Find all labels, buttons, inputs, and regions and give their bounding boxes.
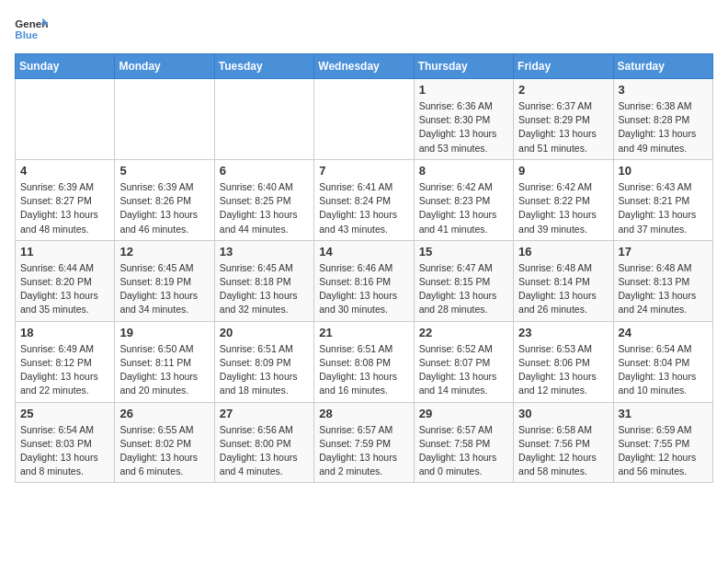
day-of-week-header: Saturday [613, 54, 712, 79]
day-info: Sunrise: 6:50 AM Sunset: 8:11 PM Dayligh… [119, 342, 209, 398]
calendar-cell: 10Sunrise: 6:43 AM Sunset: 8:21 PM Dayli… [613, 159, 712, 240]
day-of-week-header: Tuesday [214, 54, 313, 79]
day-number: 22 [419, 326, 508, 339]
day-info: Sunrise: 6:39 AM Sunset: 8:27 PM Dayligh… [20, 180, 109, 236]
logo-icon: GeneralBlue [15, 15, 48, 42]
calendar-cell: 4Sunrise: 6:39 AM Sunset: 8:27 PM Daylig… [16, 159, 115, 240]
day-info: Sunrise: 6:48 AM Sunset: 8:14 PM Dayligh… [518, 261, 608, 317]
calendar-cell [115, 79, 214, 160]
day-number: 9 [518, 164, 608, 178]
calendar-cell: 16Sunrise: 6:48 AM Sunset: 8:14 PM Dayli… [514, 240, 613, 321]
calendar-cell: 28Sunrise: 6:57 AM Sunset: 7:59 PM Dayli… [314, 402, 414, 483]
calendar-cell: 18Sunrise: 6:49 AM Sunset: 8:12 PM Dayli… [16, 321, 115, 402]
day-info: Sunrise: 6:42 AM Sunset: 8:22 PM Dayligh… [518, 180, 608, 236]
calendar-cell: 9Sunrise: 6:42 AM Sunset: 8:22 PM Daylig… [514, 159, 613, 240]
day-number: 14 [319, 245, 408, 259]
calendar-cell [214, 79, 313, 160]
calendar-cell: 23Sunrise: 6:53 AM Sunset: 8:06 PM Dayli… [514, 321, 613, 402]
day-info: Sunrise: 6:56 AM Sunset: 8:00 PM Dayligh… [220, 423, 309, 479]
calendar-cell [314, 79, 414, 160]
calendar-cell: 1Sunrise: 6:36 AM Sunset: 8:30 PM Daylig… [414, 79, 513, 160]
day-number: 6 [220, 164, 309, 178]
day-info: Sunrise: 6:59 AM Sunset: 7:55 PM Dayligh… [619, 423, 708, 479]
day-number: 2 [518, 83, 608, 97]
day-of-week-header: Friday [514, 54, 613, 79]
day-info: Sunrise: 6:51 AM Sunset: 8:09 PM Dayligh… [220, 342, 309, 398]
day-info: Sunrise: 6:47 AM Sunset: 8:15 PM Dayligh… [419, 261, 508, 317]
day-number: 10 [619, 164, 708, 178]
calendar-cell: 8Sunrise: 6:42 AM Sunset: 8:23 PM Daylig… [414, 159, 513, 240]
day-info: Sunrise: 6:54 AM Sunset: 8:04 PM Dayligh… [619, 342, 708, 398]
calendar-week-row: 25Sunrise: 6:54 AM Sunset: 8:03 PM Dayli… [16, 402, 713, 483]
calendar-cell: 5Sunrise: 6:39 AM Sunset: 8:26 PM Daylig… [115, 159, 214, 240]
calendar-cell: 29Sunrise: 6:57 AM Sunset: 7:58 PM Dayli… [414, 402, 513, 483]
day-number: 29 [419, 407, 508, 420]
day-number: 4 [20, 164, 109, 178]
calendar-cell: 24Sunrise: 6:54 AM Sunset: 8:04 PM Dayli… [613, 321, 712, 402]
day-of-week-header: Thursday [414, 54, 513, 79]
day-number: 19 [119, 326, 209, 339]
day-of-week-header: Sunday [16, 54, 115, 79]
calendar-cell [16, 79, 115, 160]
calendar-week-row: 11Sunrise: 6:44 AM Sunset: 8:20 PM Dayli… [16, 240, 713, 321]
day-info: Sunrise: 6:57 AM Sunset: 7:59 PM Dayligh… [319, 423, 408, 479]
day-number: 13 [220, 245, 309, 259]
day-info: Sunrise: 6:44 AM Sunset: 8:20 PM Dayligh… [20, 261, 109, 317]
day-number: 27 [220, 407, 309, 420]
day-info: Sunrise: 6:41 AM Sunset: 8:24 PM Dayligh… [319, 180, 408, 236]
calendar-cell: 3Sunrise: 6:38 AM Sunset: 8:28 PM Daylig… [613, 79, 712, 160]
day-of-week-header: Wednesday [314, 54, 414, 79]
calendar-cell: 6Sunrise: 6:40 AM Sunset: 8:25 PM Daylig… [214, 159, 313, 240]
day-number: 23 [518, 326, 608, 339]
calendar-cell: 26Sunrise: 6:55 AM Sunset: 8:02 PM Dayli… [115, 402, 214, 483]
calendar-week-row: 1Sunrise: 6:36 AM Sunset: 8:30 PM Daylig… [16, 79, 713, 160]
page-header: GeneralBlue [15, 15, 713, 42]
day-number: 30 [518, 407, 608, 420]
day-info: Sunrise: 6:55 AM Sunset: 8:02 PM Dayligh… [119, 423, 209, 479]
day-number: 5 [119, 164, 209, 178]
calendar-cell: 20Sunrise: 6:51 AM Sunset: 8:09 PM Dayli… [214, 321, 313, 402]
calendar-header-row: SundayMondayTuesdayWednesdayThursdayFrid… [16, 54, 713, 79]
logo: GeneralBlue [15, 15, 48, 42]
day-number: 15 [419, 245, 508, 259]
day-number: 8 [419, 164, 508, 178]
calendar-cell: 17Sunrise: 6:48 AM Sunset: 8:13 PM Dayli… [613, 240, 712, 321]
day-info: Sunrise: 6:51 AM Sunset: 8:08 PM Dayligh… [319, 342, 408, 398]
calendar-cell: 7Sunrise: 6:41 AM Sunset: 8:24 PM Daylig… [314, 159, 414, 240]
day-info: Sunrise: 6:40 AM Sunset: 8:25 PM Dayligh… [220, 180, 309, 236]
calendar-cell: 11Sunrise: 6:44 AM Sunset: 8:20 PM Dayli… [16, 240, 115, 321]
day-info: Sunrise: 6:49 AM Sunset: 8:12 PM Dayligh… [20, 342, 109, 398]
day-info: Sunrise: 6:36 AM Sunset: 8:30 PM Dayligh… [419, 99, 508, 155]
day-number: 3 [619, 83, 708, 97]
day-number: 28 [319, 407, 408, 420]
day-info: Sunrise: 6:54 AM Sunset: 8:03 PM Dayligh… [20, 423, 109, 479]
day-info: Sunrise: 6:38 AM Sunset: 8:28 PM Dayligh… [619, 99, 708, 155]
calendar-cell: 27Sunrise: 6:56 AM Sunset: 8:00 PM Dayli… [214, 402, 313, 483]
day-info: Sunrise: 6:53 AM Sunset: 8:06 PM Dayligh… [518, 342, 608, 398]
day-of-week-header: Monday [115, 54, 214, 79]
day-number: 26 [119, 407, 209, 420]
day-info: Sunrise: 6:45 AM Sunset: 8:19 PM Dayligh… [119, 261, 209, 317]
calendar-cell: 13Sunrise: 6:45 AM Sunset: 8:18 PM Dayli… [214, 240, 313, 321]
day-info: Sunrise: 6:43 AM Sunset: 8:21 PM Dayligh… [619, 180, 708, 236]
calendar-cell: 19Sunrise: 6:50 AM Sunset: 8:11 PM Dayli… [115, 321, 214, 402]
day-number: 18 [20, 326, 109, 339]
day-info: Sunrise: 6:37 AM Sunset: 8:29 PM Dayligh… [518, 99, 608, 155]
calendar-cell: 31Sunrise: 6:59 AM Sunset: 7:55 PM Dayli… [613, 402, 712, 483]
calendar-cell: 22Sunrise: 6:52 AM Sunset: 8:07 PM Dayli… [414, 321, 513, 402]
calendar-cell: 14Sunrise: 6:46 AM Sunset: 8:16 PM Dayli… [314, 240, 414, 321]
calendar-cell: 2Sunrise: 6:37 AM Sunset: 8:29 PM Daylig… [514, 79, 613, 160]
day-info: Sunrise: 6:39 AM Sunset: 8:26 PM Dayligh… [119, 180, 209, 236]
calendar-week-row: 4Sunrise: 6:39 AM Sunset: 8:27 PM Daylig… [16, 159, 713, 240]
calendar-cell: 30Sunrise: 6:58 AM Sunset: 7:56 PM Dayli… [514, 402, 613, 483]
day-info: Sunrise: 6:46 AM Sunset: 8:16 PM Dayligh… [319, 261, 408, 317]
day-info: Sunrise: 6:57 AM Sunset: 7:58 PM Dayligh… [419, 423, 508, 479]
day-number: 16 [518, 245, 608, 259]
day-number: 11 [20, 245, 109, 259]
calendar-cell: 21Sunrise: 6:51 AM Sunset: 8:08 PM Dayli… [314, 321, 414, 402]
calendar-cell: 15Sunrise: 6:47 AM Sunset: 8:15 PM Dayli… [414, 240, 513, 321]
day-info: Sunrise: 6:52 AM Sunset: 8:07 PM Dayligh… [419, 342, 508, 398]
calendar-cell: 25Sunrise: 6:54 AM Sunset: 8:03 PM Dayli… [16, 402, 115, 483]
calendar-table: SundayMondayTuesdayWednesdayThursdayFrid… [15, 53, 713, 483]
day-number: 24 [619, 326, 708, 339]
